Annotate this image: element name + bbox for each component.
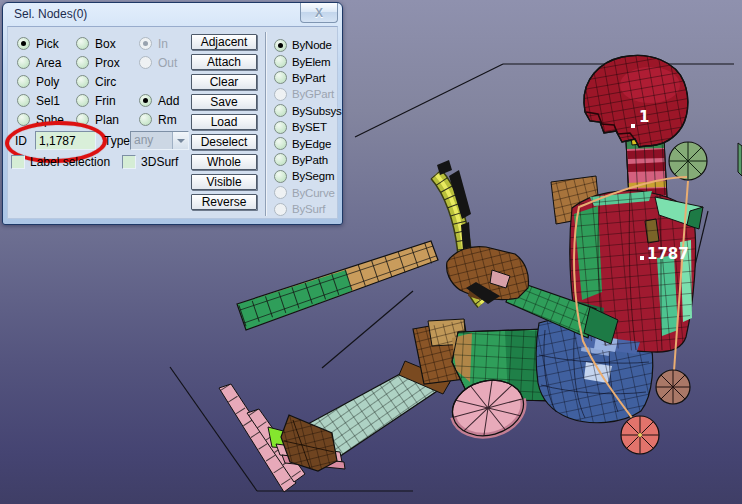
radio-label: ByElem [292,56,330,68]
dummy-hand[interactable] [447,247,529,304]
radio-option-box[interactable]: Box [76,34,120,53]
radio-option-bysubsys[interactable]: BySubsys [274,103,342,119]
radio-icon [274,137,287,150]
radio-icon [139,56,152,69]
mode-radio-column-2: BoxProxCircFrinPlan [76,34,120,129]
radio-icon [76,56,89,69]
radio-icon [17,56,30,69]
checkbox-wrap: 3DSurf [122,155,178,169]
radio-icon [17,75,30,88]
dialog-title: Sel. Nodes(0) [14,7,87,21]
checkbox-row: Label selection3DSurf [11,152,178,171]
radio-label: ByCurve [292,187,335,199]
radio-option-area[interactable]: Area [17,53,64,72]
action-button-column: AdjacentAttachClearSaveLoadDeselectWhole… [191,34,257,214]
radio-option-frin[interactable]: Frin [76,91,120,110]
radio-label: Pick [36,37,59,51]
radio-label: BySegm [292,170,334,182]
radio-option-circ[interactable]: Circ [76,72,120,91]
adjacent-button[interactable]: Adjacent [191,34,257,50]
radio-label: ByGPart [292,88,334,100]
checkbox-label: Label selection [30,155,110,169]
radio-option-bypart[interactable]: ByPart [274,70,342,86]
radio-label: Area [36,56,61,70]
radio-option-bynode[interactable]: ByNode [274,37,342,53]
attach-button[interactable]: Attach [191,54,257,70]
dummy-head[interactable] [584,55,688,147]
radio-icon [274,203,287,216]
radio-label: ByNode [292,39,332,51]
whole-button[interactable]: Whole [191,154,257,170]
radio-icon [274,55,287,68]
radio-option-byedge[interactable]: ByEdge [274,135,342,151]
radio-label: In [158,37,168,51]
radio-option-rm[interactable]: Rm [139,110,179,129]
by-radio-column: ByNodeByElemByPartByGPartBySubsysBySETBy… [274,37,342,217]
radio-option-byelem[interactable]: ByElem [274,53,342,69]
radio-icon [274,71,287,84]
radio-option-byset[interactable]: BySET [274,119,342,135]
belt-anchor-disc-top[interactable] [669,142,742,180]
head-node-label: 1 [639,108,649,126]
radio-option-out: Out [139,53,177,72]
radio-option-sel1[interactable]: Sel1 [17,91,64,110]
radio-option-in: In [139,34,177,53]
radio-label: BySubsys [292,105,342,117]
radio-label: ByEdge [292,138,331,150]
radio-icon [274,153,287,166]
clear-button[interactable]: Clear [191,74,257,90]
radio-label: Frin [95,94,116,108]
radio-icon [274,121,287,134]
dialog-titlebar[interactable]: Sel. Nodes(0) [3,3,342,25]
visible-button[interactable]: Visible [191,174,257,190]
radio-label: BySET [292,121,327,133]
radio-icon [76,37,89,50]
dummy-left-arm[interactable] [237,241,438,330]
radio-option-bycurve: ByCurve [274,185,342,201]
radio-label: ByPath [292,154,328,166]
radio-option-pick[interactable]: Pick [17,34,64,53]
close-button[interactable]: X [300,3,338,23]
radio-option-bysegm[interactable]: BySegm [274,168,342,184]
radio-icon [274,104,287,117]
radio-option-poly[interactable]: Poly [17,72,64,91]
radio-option-bysurf: BySurf [274,201,342,217]
mode-radio-column-1: PickAreaPolySel1Sphe [17,34,64,129]
radio-icon [17,37,30,50]
belt-anchor-disc-mauve[interactable] [656,370,690,404]
radio-icon [274,39,287,52]
type-dropdown[interactable]: any [130,131,189,150]
radio-label: Rm [158,113,177,127]
belt-anchor-disc-salmon[interactable] [621,416,659,454]
radio-label: Plan [95,113,119,127]
checkbox-3dsurf[interactable] [122,155,136,169]
save-button[interactable]: Save [191,94,257,110]
radio-icon [274,88,287,101]
load-button[interactable]: Load [191,114,257,130]
radio-icon [139,37,152,50]
radio-icon [17,94,30,107]
chevron-down-icon[interactable] [172,132,188,149]
type-label: Type [104,134,130,148]
radio-option-add[interactable]: Add [139,91,179,110]
close-icon: X [315,6,323,20]
add-rm-radio-group: AddRm [139,91,179,129]
radio-icon [274,186,287,199]
radio-label: Add [158,94,179,108]
radio-option-bypath[interactable]: ByPath [274,152,342,168]
checkbox-label-selection[interactable] [11,155,25,169]
checkbox-label: 3DSurf [141,155,178,169]
deselect-button[interactable]: Deselect [191,134,257,150]
reverse-button[interactable]: Reverse [191,194,257,210]
radio-icon [139,94,152,107]
graphics-viewport[interactable]: 1 1787 Sel. Nodes(0) X PickAreaPolySel1S… [0,0,742,504]
checkbox-wrap: Label selection [11,155,110,169]
type-dropdown-value: any [131,132,172,149]
chest-node-label: 1787 [647,245,689,263]
sel-nodes-dialog[interactable]: Sel. Nodes(0) X PickAreaPolySel1Sphe Box… [2,2,343,225]
radio-label: Circ [95,75,116,89]
radio-option-prox[interactable]: Prox [76,53,120,72]
in-out-radio-group: InOut [139,34,177,72]
radio-label: ByPart [292,72,325,84]
radio-icon [76,75,89,88]
